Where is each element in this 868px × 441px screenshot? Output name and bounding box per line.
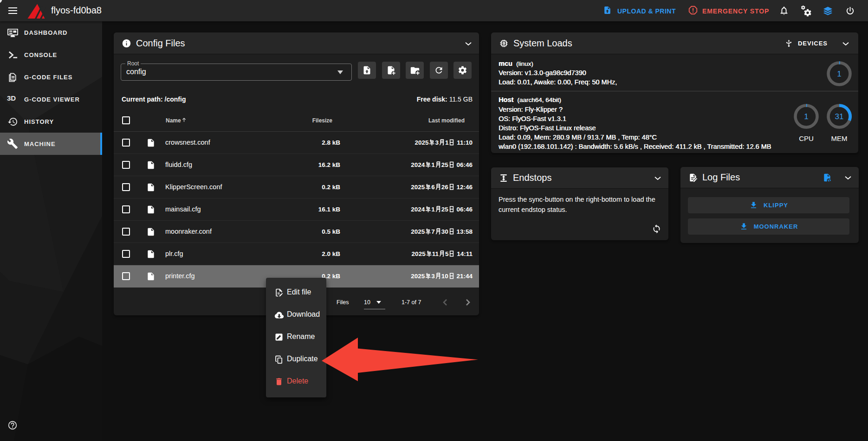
svg-text:1: 1: [837, 70, 841, 78]
svg-text:1: 1: [804, 112, 808, 121]
svg-text:31: 31: [835, 112, 844, 121]
